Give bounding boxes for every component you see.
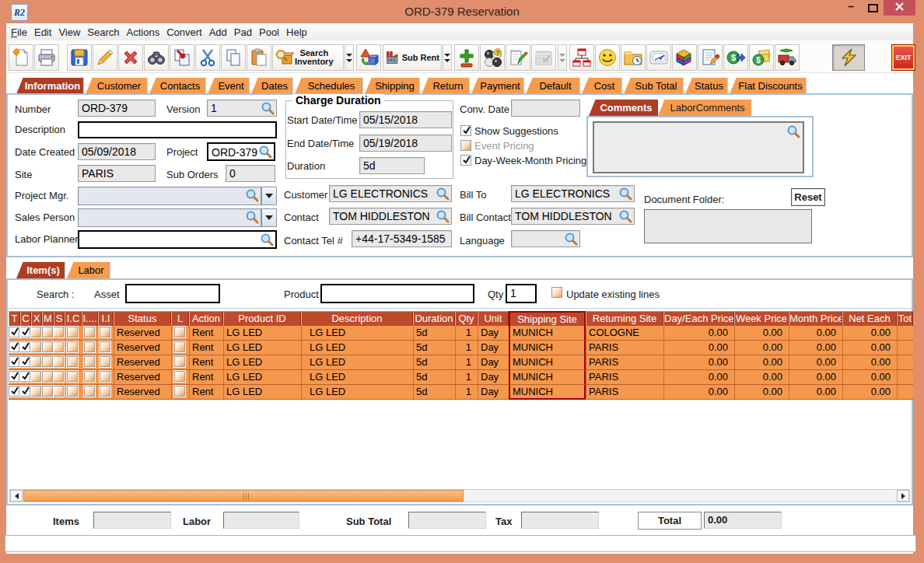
- tab-default[interactable]: Default: [526, 77, 580, 94]
- column-header-returning_site[interactable]: Returning Site: [586, 311, 663, 326]
- cell-net_each[interactable]: 0.00: [842, 385, 897, 400]
- unchecked-checkbox[interactable]: [54, 371, 64, 382]
- cell-m[interactable]: [42, 385, 54, 400]
- tab-customer[interactable]: Customer: [86, 77, 148, 94]
- comments-textarea[interactable]: [593, 121, 804, 173]
- cell-status[interactable]: Reserved: [114, 326, 171, 341]
- cell-month_price[interactable]: 0.00: [789, 385, 842, 400]
- cell-m[interactable]: [42, 355, 54, 370]
- cell-week_price[interactable]: 0.00: [734, 326, 789, 341]
- tab-payment[interactable]: Payment: [471, 77, 524, 94]
- cell-unit[interactable]: Day: [478, 341, 509, 355]
- cell-net_each[interactable]: 0.00: [842, 355, 897, 370]
- cell-ic[interactable]: [65, 385, 82, 400]
- paste-button[interactable]: [247, 44, 271, 71]
- books-button[interactable]: [672, 44, 697, 71]
- copy-special-button[interactable]: [170, 44, 194, 71]
- cell-qty[interactable]: 1: [455, 341, 478, 355]
- menu-edit[interactable]: Edit: [31, 24, 54, 40]
- cell-ii[interactable]: [98, 370, 114, 385]
- delete-button[interactable]: [118, 44, 143, 71]
- column-header-net_each[interactable]: Net Each: [842, 311, 897, 326]
- unchecked-checkbox[interactable]: [84, 341, 95, 352]
- cell-m[interactable]: [42, 326, 54, 341]
- tab-item-s-[interactable]: Item(s): [16, 261, 65, 278]
- tab-shipping[interactable]: Shipping: [365, 77, 420, 94]
- cell-ii[interactable]: [98, 326, 114, 341]
- column-header-s[interactable]: S: [54, 311, 65, 326]
- unchecked-checkbox[interactable]: [174, 386, 185, 397]
- cell-duration[interactable]: 5d: [413, 341, 455, 355]
- cell-product_id[interactable]: LG LED: [223, 370, 301, 385]
- tab-cost[interactable]: Cost: [582, 77, 622, 94]
- column-header-tot[interactable]: Tot: [897, 311, 913, 326]
- column-header-qty[interactable]: Qty: [455, 311, 478, 326]
- search-icon[interactable]: [245, 188, 259, 202]
- scroll-left-button[interactable]: [10, 490, 23, 502]
- tab-status[interactable]: Status: [685, 77, 728, 94]
- cell-l[interactable]: [171, 326, 189, 341]
- unchecked-checkbox[interactable]: [84, 386, 95, 397]
- cell-m[interactable]: [42, 341, 54, 355]
- cell-s[interactable]: [54, 326, 65, 341]
- sales-person-dropdown[interactable]: [261, 208, 277, 227]
- new-document-button[interactable]: [9, 44, 33, 71]
- cell-x[interactable]: [31, 385, 42, 400]
- asset-input[interactable]: [125, 284, 220, 303]
- cell-description[interactable]: LG LED: [301, 385, 413, 400]
- cell-l[interactable]: [171, 385, 189, 400]
- cell-unit[interactable]: Day: [478, 385, 509, 400]
- cell-t[interactable]: [9, 326, 20, 341]
- cell-c[interactable]: [20, 385, 31, 400]
- checked-checkbox[interactable]: [20, 341, 30, 352]
- cell-week_price[interactable]: 0.00: [734, 370, 789, 385]
- column-header-idots[interactable]: I....: [82, 311, 98, 326]
- cell-status[interactable]: Reserved: [114, 355, 171, 370]
- cell-tot[interactable]: [897, 355, 913, 370]
- cell-c[interactable]: [20, 370, 31, 385]
- search-icon[interactable]: [618, 209, 632, 223]
- unchecked-checkbox[interactable]: [100, 327, 110, 337]
- cell-x[interactable]: [31, 326, 42, 341]
- checked-checkbox[interactable]: [20, 371, 30, 382]
- cell-day_each_price[interactable]: 0.00: [663, 385, 734, 400]
- cell-l[interactable]: [171, 355, 189, 370]
- sub-rent-dropdown[interactable]: [443, 44, 452, 71]
- unchecked-checkbox[interactable]: [42, 371, 53, 382]
- unchecked-checkbox[interactable]: [100, 341, 110, 352]
- tab-event[interactable]: Event: [208, 77, 250, 94]
- cell-returning_site[interactable]: PARIS: [586, 385, 663, 400]
- reset-button[interactable]: Reset: [791, 188, 825, 206]
- maximize-button[interactable]: [863, 0, 882, 16]
- cell-shipping_site[interactable]: MUNICH: [509, 385, 586, 400]
- cut-button[interactable]: [195, 44, 220, 71]
- cell-idots[interactable]: [82, 370, 98, 385]
- cell-month_price[interactable]: 0.00: [789, 370, 842, 385]
- column-header-l[interactable]: L: [171, 311, 189, 326]
- unchecked-checkbox[interactable]: [31, 341, 41, 352]
- cell-ic[interactable]: [65, 341, 82, 355]
- cell-tot[interactable]: [897, 341, 913, 355]
- horizontal-scrollbar[interactable]: [9, 489, 910, 502]
- column-header-t[interactable]: T: [9, 311, 20, 326]
- cell-qty[interactable]: 1: [455, 326, 478, 341]
- save-button[interactable]: [67, 44, 92, 71]
- cell-returning_site[interactable]: PARIS: [586, 355, 663, 370]
- cell-tot[interactable]: [897, 326, 913, 341]
- unchecked-checkbox[interactable]: [67, 356, 78, 367]
- cell-duration[interactable]: 5d: [413, 385, 455, 400]
- cell-tot[interactable]: [897, 370, 913, 385]
- search-icon[interactable]: [436, 209, 450, 223]
- column-header-duration[interactable]: Duration: [413, 311, 455, 326]
- unchecked-checkbox[interactable]: [84, 371, 95, 382]
- cell-idots[interactable]: [82, 326, 98, 341]
- unchecked-checkbox[interactable]: [174, 371, 185, 382]
- tab-laborcomments[interactable]: LaborComments: [658, 99, 751, 116]
- cell-status[interactable]: Reserved: [114, 385, 171, 400]
- calendar-button[interactable]: [531, 44, 556, 71]
- cell-returning_site[interactable]: PARIS: [586, 370, 663, 385]
- cell-ii[interactable]: [98, 341, 114, 355]
- cell-day_each_price[interactable]: 0.00: [663, 370, 734, 385]
- column-header-ii[interactable]: I.I: [98, 311, 114, 326]
- checked-checkbox[interactable]: [9, 386, 19, 397]
